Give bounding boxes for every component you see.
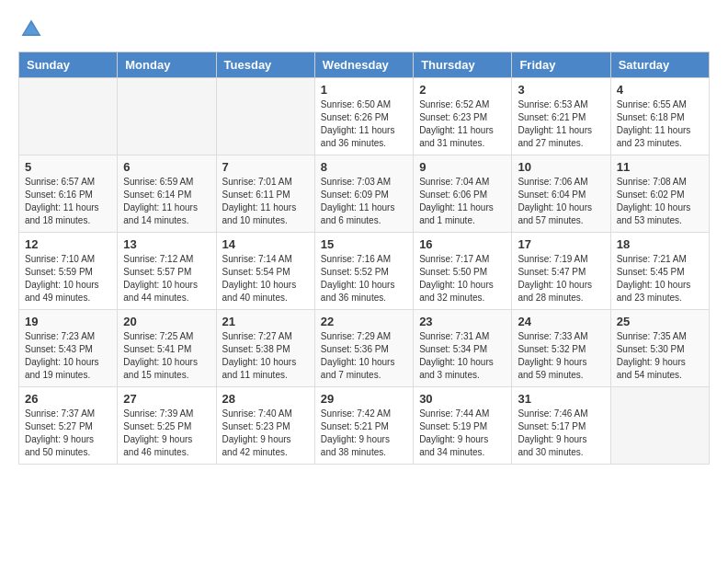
calendar-cell: 24Sunrise: 7:33 AM Sunset: 5:32 PM Dayli…: [512, 310, 610, 387]
calendar-week-row: 5Sunrise: 6:57 AM Sunset: 6:16 PM Daylig…: [19, 155, 710, 233]
day-number: 27: [123, 392, 210, 406]
calendar-cell: 26Sunrise: 7:37 AM Sunset: 5:27 PM Dayli…: [19, 387, 118, 465]
day-number: 11: [617, 160, 703, 174]
calendar-cell: 30Sunrise: 7:44 AM Sunset: 5:19 PM Dayli…: [414, 387, 512, 465]
day-number: 17: [518, 237, 604, 251]
calendar-cell: 4Sunrise: 6:55 AM Sunset: 6:18 PM Daylig…: [610, 78, 709, 155]
day-info: Sunrise: 7:14 AM Sunset: 5:54 PM Dayligh…: [222, 253, 309, 304]
day-info: Sunrise: 7:31 AM Sunset: 5:34 PM Dayligh…: [419, 330, 506, 382]
calendar-cell: 28Sunrise: 7:40 AM Sunset: 5:23 PM Dayli…: [216, 387, 314, 465]
day-info: Sunrise: 7:06 AM Sunset: 6:04 PM Dayligh…: [518, 176, 604, 227]
day-info: Sunrise: 7:10 AM Sunset: 5:59 PM Dayligh…: [25, 253, 111, 304]
day-number: 5: [25, 160, 111, 174]
calendar-cell: 9Sunrise: 7:04 AM Sunset: 6:06 PM Daylig…: [414, 155, 512, 233]
day-number: 7: [222, 160, 309, 174]
calendar-week-row: 12Sunrise: 7:10 AM Sunset: 5:59 PM Dayli…: [19, 233, 710, 310]
day-number: 2: [419, 83, 506, 97]
calendar-cell: 15Sunrise: 7:16 AM Sunset: 5:52 PM Dayli…: [314, 233, 413, 310]
day-number: 4: [617, 83, 703, 97]
day-info: Sunrise: 7:04 AM Sunset: 6:06 PM Dayligh…: [419, 176, 506, 227]
calendar-cell: 14Sunrise: 7:14 AM Sunset: 5:54 PM Dayli…: [216, 233, 314, 310]
calendar-cell: 1Sunrise: 6:50 AM Sunset: 6:26 PM Daylig…: [314, 78, 413, 155]
calendar-cell: 8Sunrise: 7:03 AM Sunset: 6:09 PM Daylig…: [314, 155, 413, 233]
day-header: Wednesday: [314, 52, 413, 78]
day-info: Sunrise: 7:33 AM Sunset: 5:32 PM Dayligh…: [518, 330, 604, 382]
day-info: Sunrise: 6:53 AM Sunset: 6:21 PM Dayligh…: [518, 98, 604, 150]
day-info: Sunrise: 7:23 AM Sunset: 5:43 PM Dayligh…: [25, 330, 111, 382]
day-info: Sunrise: 7:12 AM Sunset: 5:57 PM Dayligh…: [123, 253, 210, 304]
calendar-cell: [19, 78, 118, 155]
day-info: Sunrise: 7:35 AM Sunset: 5:30 PM Dayligh…: [617, 330, 703, 382]
day-number: 8: [321, 160, 407, 174]
day-header: Sunday: [19, 52, 118, 78]
day-number: 29: [321, 392, 407, 406]
calendar: SundayMondayTuesdayWednesdayThursdayFrid…: [18, 52, 710, 465]
day-number: 15: [321, 237, 407, 251]
day-number: 31: [518, 392, 604, 406]
calendar-cell: 10Sunrise: 7:06 AM Sunset: 6:04 PM Dayli…: [512, 155, 610, 233]
day-header: Friday: [512, 52, 610, 78]
logo: [18, 17, 48, 42]
day-info: Sunrise: 7:17 AM Sunset: 5:50 PM Dayligh…: [419, 253, 506, 304]
day-info: Sunrise: 6:57 AM Sunset: 6:16 PM Dayligh…: [25, 176, 111, 227]
day-number: 24: [518, 315, 604, 328]
day-info: Sunrise: 7:25 AM Sunset: 5:41 PM Dayligh…: [123, 330, 210, 382]
day-info: Sunrise: 7:21 AM Sunset: 5:45 PM Dayligh…: [617, 253, 703, 304]
calendar-cell: 19Sunrise: 7:23 AM Sunset: 5:43 PM Dayli…: [19, 310, 118, 387]
calendar-cell: 5Sunrise: 6:57 AM Sunset: 6:16 PM Daylig…: [19, 155, 118, 233]
calendar-cell: [216, 78, 314, 155]
day-info: Sunrise: 7:29 AM Sunset: 5:36 PM Dayligh…: [321, 330, 407, 382]
day-header: Saturday: [610, 52, 709, 78]
calendar-cell: [610, 387, 709, 465]
calendar-cell: 16Sunrise: 7:17 AM Sunset: 5:50 PM Dayli…: [414, 233, 512, 310]
day-number: 3: [518, 83, 604, 97]
day-number: 10: [518, 160, 604, 174]
calendar-header-row: SundayMondayTuesdayWednesdayThursdayFrid…: [19, 52, 710, 78]
day-info: Sunrise: 7:03 AM Sunset: 6:09 PM Dayligh…: [321, 176, 407, 227]
day-number: 22: [321, 315, 407, 328]
day-number: 18: [617, 237, 703, 251]
header: [18, 17, 710, 42]
day-info: Sunrise: 7:39 AM Sunset: 5:25 PM Dayligh…: [123, 408, 210, 459]
calendar-week-row: 1Sunrise: 6:50 AM Sunset: 6:26 PM Daylig…: [19, 78, 710, 155]
calendar-cell: 12Sunrise: 7:10 AM Sunset: 5:59 PM Dayli…: [19, 233, 118, 310]
day-info: Sunrise: 7:08 AM Sunset: 6:02 PM Dayligh…: [617, 176, 703, 227]
day-header: Tuesday: [216, 52, 314, 78]
calendar-cell: 17Sunrise: 7:19 AM Sunset: 5:47 PM Dayli…: [512, 233, 610, 310]
day-info: Sunrise: 7:19 AM Sunset: 5:47 PM Dayligh…: [518, 253, 604, 304]
day-info: Sunrise: 6:52 AM Sunset: 6:23 PM Dayligh…: [419, 98, 506, 150]
day-header: Monday: [118, 52, 216, 78]
day-info: Sunrise: 6:59 AM Sunset: 6:14 PM Dayligh…: [123, 176, 210, 227]
day-number: 23: [419, 315, 506, 328]
day-number: 21: [222, 315, 309, 328]
calendar-cell: 3Sunrise: 6:53 AM Sunset: 6:21 PM Daylig…: [512, 78, 610, 155]
day-number: 28: [222, 392, 309, 406]
day-number: 30: [419, 392, 506, 406]
day-number: 13: [123, 237, 210, 251]
calendar-cell: 31Sunrise: 7:46 AM Sunset: 5:17 PM Dayli…: [512, 387, 610, 465]
calendar-cell: 11Sunrise: 7:08 AM Sunset: 6:02 PM Dayli…: [610, 155, 709, 233]
day-number: 6: [123, 160, 210, 174]
day-number: 14: [222, 237, 309, 251]
day-number: 16: [419, 237, 506, 251]
day-info: Sunrise: 7:46 AM Sunset: 5:17 PM Dayligh…: [518, 408, 604, 459]
day-info: Sunrise: 7:27 AM Sunset: 5:38 PM Dayligh…: [222, 330, 309, 382]
calendar-cell: 20Sunrise: 7:25 AM Sunset: 5:41 PM Dayli…: [118, 310, 216, 387]
calendar-cell: 6Sunrise: 6:59 AM Sunset: 6:14 PM Daylig…: [118, 155, 216, 233]
day-info: Sunrise: 7:40 AM Sunset: 5:23 PM Dayligh…: [222, 408, 309, 459]
calendar-cell: [118, 78, 216, 155]
calendar-cell: 18Sunrise: 7:21 AM Sunset: 5:45 PM Dayli…: [610, 233, 709, 310]
calendar-cell: 25Sunrise: 7:35 AM Sunset: 5:30 PM Dayli…: [610, 310, 709, 387]
day-number: 25: [617, 315, 703, 328]
day-header: Thursday: [414, 52, 512, 78]
day-number: 26: [25, 392, 111, 406]
day-info: Sunrise: 7:42 AM Sunset: 5:21 PM Dayligh…: [321, 408, 407, 459]
day-info: Sunrise: 7:44 AM Sunset: 5:19 PM Dayligh…: [419, 408, 506, 459]
calendar-cell: 29Sunrise: 7:42 AM Sunset: 5:21 PM Dayli…: [314, 387, 413, 465]
day-number: 12: [25, 237, 111, 251]
day-info: Sunrise: 7:16 AM Sunset: 5:52 PM Dayligh…: [321, 253, 407, 304]
calendar-cell: 7Sunrise: 7:01 AM Sunset: 6:11 PM Daylig…: [216, 155, 314, 233]
day-info: Sunrise: 7:37 AM Sunset: 5:27 PM Dayligh…: [25, 408, 111, 459]
page: SundayMondayTuesdayWednesdayThursdayFrid…: [0, 0, 728, 481]
day-info: Sunrise: 6:55 AM Sunset: 6:18 PM Dayligh…: [617, 98, 703, 150]
